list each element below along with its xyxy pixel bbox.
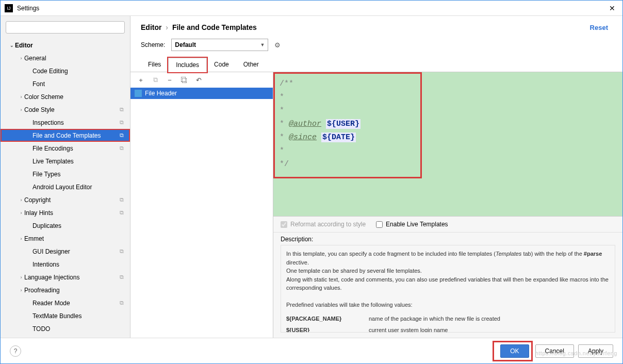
chevron-right-icon: › bbox=[18, 197, 24, 203]
scheme-select[interactable]: Default ▼ bbox=[171, 39, 268, 51]
editor-line: * @since ${DATE} bbox=[280, 131, 616, 144]
sidebar-item-font[interactable]: Font bbox=[1, 77, 130, 90]
breadcrumb-sep: › bbox=[163, 23, 170, 31]
sidebar-item-label: Live Templates bbox=[32, 158, 126, 165]
predef-var-desc: name of the package in which the new fil… bbox=[369, 315, 500, 323]
options-row: Reformat according to style Enable Live … bbox=[273, 216, 622, 232]
file-icon bbox=[135, 90, 142, 97]
chevron-down-icon: ⌄ bbox=[9, 43, 15, 48]
sidebar-item-emmet[interactable]: ›Emmet bbox=[1, 232, 130, 245]
sidebar-item-label: GUI Designer bbox=[32, 248, 120, 255]
sidebar-item-label: Proofreading bbox=[24, 287, 126, 294]
content: 🔍 ⌄Editor›GeneralCode EditingFont›Color … bbox=[1, 16, 622, 338]
sidebar-item-label: Language Injections bbox=[24, 274, 120, 281]
sidebar-item-file-and-code-templates[interactable]: File and Code Templates⧉ bbox=[1, 129, 130, 142]
sidebar-item-label: Duplicates bbox=[32, 222, 126, 229]
sidebar-item-android-layout-editor[interactable]: Android Layout Editor bbox=[1, 180, 130, 193]
sidebar-item-label: Reader Mode bbox=[32, 300, 120, 307]
scheme-value: Default bbox=[175, 41, 196, 48]
enable-live-checkbox-input[interactable] bbox=[376, 221, 383, 228]
sidebar-item-label: Code Style bbox=[24, 106, 120, 113]
two-pane: + ⧉ − ⿻ ↶ File Header /** * * * @author … bbox=[130, 72, 622, 338]
settings-tree[interactable]: ⌄Editor›GeneralCode EditingFont›Color Sc… bbox=[1, 37, 130, 338]
sidebar-item-label: Intentions bbox=[32, 261, 126, 268]
close-icon[interactable]: ✕ bbox=[606, 4, 618, 12]
sidebar-item-inspections[interactable]: Inspections⧉ bbox=[1, 116, 130, 129]
sidebar-item-label: TODO bbox=[32, 325, 126, 333]
main-header: Editor › File and Code Templates Reset bbox=[130, 16, 622, 34]
editor-line: */ bbox=[280, 158, 616, 171]
sidebar-item-file-types[interactable]: File Types bbox=[1, 168, 130, 180]
tab-other[interactable]: Other bbox=[236, 58, 266, 72]
sidebar-item-textmate-bundles[interactable]: TextMate Bundles bbox=[1, 309, 130, 322]
sidebar-item-general[interactable]: ›General bbox=[1, 52, 130, 64]
predef-var-name: ${PACKAGE_NAME} bbox=[286, 315, 348, 323]
reset-link[interactable]: Reset bbox=[590, 24, 612, 31]
sidebar-item-editor[interactable]: ⌄Editor bbox=[1, 39, 130, 52]
sidebar-item-language-injections[interactable]: ›Language Injections⧉ bbox=[1, 271, 130, 284]
chevron-right-icon: › bbox=[18, 94, 24, 100]
apply-button[interactable]: Apply bbox=[578, 344, 613, 358]
sidebar-item-copyright[interactable]: ›Copyright⧉ bbox=[1, 193, 130, 206]
scheme-row: Scheme: Default ▼ ⚙ bbox=[130, 34, 622, 54]
chevron-right-icon: › bbox=[18, 56, 24, 61]
project-scope-icon: ⧉ bbox=[120, 209, 126, 216]
help-button[interactable]: ? bbox=[10, 345, 21, 357]
reformat-checkbox[interactable]: Reformat according to style bbox=[281, 221, 366, 228]
search-input[interactable] bbox=[6, 21, 125, 34]
breadcrumb-b: File and Code Templates bbox=[172, 23, 257, 31]
sidebar-item-gui-designer[interactable]: GUI Designer⧉ bbox=[1, 245, 130, 258]
reformat-checkbox-input[interactable] bbox=[281, 221, 287, 228]
sidebar-item-label: File Encodings bbox=[32, 145, 120, 152]
project-scope-icon: ⧉ bbox=[120, 106, 126, 113]
remove-button[interactable]: − bbox=[166, 76, 174, 84]
sidebar-item-proofreading[interactable]: ›Proofreading bbox=[1, 284, 130, 296]
sidebar-item-reader-mode[interactable]: Reader Mode⧉ bbox=[1, 296, 130, 309]
sidebar: 🔍 ⌄Editor›GeneralCode EditingFont›Color … bbox=[1, 16, 130, 338]
sidebar-item-label: Color Scheme bbox=[24, 93, 126, 101]
sidebar-item-label: Code Editing bbox=[32, 68, 126, 75]
scheme-label: Scheme: bbox=[141, 41, 165, 48]
undo-button[interactable]: ↶ bbox=[194, 76, 203, 84]
project-scope-icon: ⧉ bbox=[120, 274, 126, 280]
gear-icon[interactable]: ⚙ bbox=[274, 41, 281, 49]
sidebar-item-code-editing[interactable]: Code Editing bbox=[1, 64, 130, 77]
enable-live-checkbox[interactable]: Enable Live Templates bbox=[376, 221, 448, 228]
chevron-right-icon: › bbox=[18, 107, 24, 112]
sidebar-item-intentions[interactable]: Intentions bbox=[1, 258, 130, 271]
template-list[interactable]: File Header bbox=[130, 88, 273, 338]
template-row[interactable]: File Header bbox=[130, 88, 273, 99]
template-right-pane: /** * * * @author ${USER} * @since ${DAT… bbox=[273, 72, 622, 338]
add-button[interactable]: + bbox=[137, 76, 145, 84]
tab-includes[interactable]: Includes bbox=[168, 58, 207, 72]
copy-button[interactable]: ⿻ bbox=[180, 76, 188, 84]
project-scope-icon: ⧉ bbox=[120, 196, 126, 203]
sidebar-item-inlay-hints[interactable]: ›Inlay Hints⧉ bbox=[1, 206, 130, 219]
sidebar-item-todo[interactable]: TODO bbox=[1, 322, 130, 335]
add-child-button[interactable]: ⧉ bbox=[151, 76, 159, 84]
sidebar-item-label: Inlay Hints bbox=[24, 209, 120, 217]
cancel-button[interactable]: Cancel bbox=[535, 344, 574, 358]
editor-line: * @author ${USER} bbox=[280, 118, 616, 131]
sidebar-item-code-style[interactable]: ›Code Style⧉ bbox=[1, 103, 130, 116]
chevron-right-icon: › bbox=[18, 210, 24, 216]
app-icon: IJ bbox=[5, 4, 13, 12]
sidebar-item-duplicates[interactable]: Duplicates bbox=[1, 219, 130, 232]
sidebar-item-label: Editor bbox=[15, 42, 126, 49]
description-block: Description: In this template, you can s… bbox=[273, 232, 622, 338]
sidebar-item-file-encodings[interactable]: File Encodings⧉ bbox=[1, 142, 130, 155]
sidebar-item-live-templates[interactable]: Live Templates bbox=[1, 155, 130, 168]
sidebar-item-label: TextMate Bundles bbox=[32, 312, 126, 320]
template-editor[interactable]: /** * * * @author ${USER} * @since ${DAT… bbox=[273, 72, 622, 216]
breadcrumb: Editor › File and Code Templates bbox=[141, 23, 590, 31]
tab-files[interactable]: Files bbox=[141, 58, 168, 72]
search-wrap: 🔍 bbox=[1, 16, 130, 37]
template-toolbar: + ⧉ − ⿻ ↶ bbox=[130, 72, 273, 88]
editor-line: * bbox=[280, 144, 616, 158]
predef-var-row: ${USER}current user system login name bbox=[286, 326, 610, 333]
tab-code[interactable]: Code bbox=[207, 58, 236, 72]
chevron-down-icon: ▼ bbox=[260, 42, 265, 47]
sidebar-item-color-scheme[interactable]: ›Color Scheme bbox=[1, 90, 130, 103]
ok-button[interactable]: OK bbox=[500, 344, 529, 358]
breadcrumb-a[interactable]: Editor bbox=[141, 23, 161, 31]
